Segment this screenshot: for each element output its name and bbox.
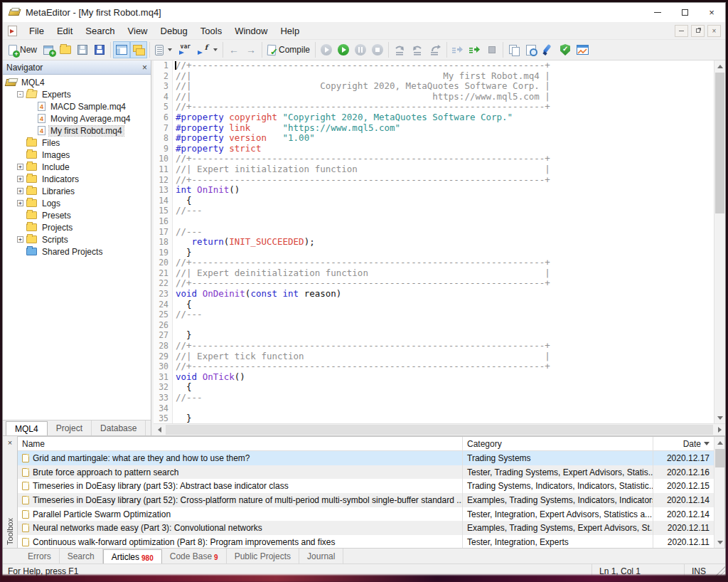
toggle-toolbox-button[interactable] bbox=[130, 41, 147, 58]
save-as-button[interactable] bbox=[91, 41, 108, 58]
code-line[interactable]: 21//| Expert deinitialization function | bbox=[154, 268, 714, 279]
add-variable-button[interactable] bbox=[175, 41, 193, 58]
code-line[interactable]: 9#property strict bbox=[154, 144, 714, 154]
code-line[interactable]: 35 } bbox=[154, 413, 714, 423]
menu-file[interactable]: File bbox=[23, 23, 50, 38]
document-icon[interactable] bbox=[8, 26, 17, 36]
code-line[interactable]: 1//+------------------------------------… bbox=[154, 60, 714, 71]
styler-button[interactable] bbox=[152, 41, 175, 58]
code-line[interactable]: 24 { bbox=[154, 300, 714, 310]
tree-item-experts[interactable]: -Experts bbox=[3, 88, 151, 100]
run-to-cursor-button[interactable] bbox=[449, 41, 466, 58]
code-line[interactable]: 15//--- bbox=[154, 206, 714, 216]
start-debug-button[interactable] bbox=[335, 41, 352, 58]
navigator-tab-mql4[interactable]: MQL4 bbox=[6, 421, 48, 435]
close-button[interactable]: × bbox=[698, 3, 725, 22]
pause-debug-button[interactable] bbox=[352, 41, 369, 58]
code-line[interactable]: 28//+-----------------------------------… bbox=[154, 341, 714, 351]
article-row[interactable]: Neural networks made easy (Part 3): Conv… bbox=[18, 521, 714, 535]
step-into-button[interactable] bbox=[391, 41, 409, 58]
scroll-left-icon[interactable] bbox=[154, 424, 165, 435]
toolbox-tab-code-base[interactable]: Code Base9 bbox=[162, 549, 227, 564]
compile-button[interactable]: ✓Compile bbox=[264, 41, 313, 58]
stop-debug-button[interactable] bbox=[369, 41, 386, 58]
menu-search[interactable]: Search bbox=[79, 23, 121, 38]
toolbox-tab-public-projects[interactable]: Public Projects bbox=[227, 549, 299, 564]
tree-item-presets[interactable]: Presets bbox=[3, 209, 151, 221]
menu-edit[interactable]: Edit bbox=[50, 23, 79, 38]
code-line[interactable]: 31void OnTick() bbox=[154, 372, 714, 383]
break-button[interactable] bbox=[483, 41, 500, 58]
toolbox-tab-search[interactable]: Search bbox=[60, 549, 103, 564]
navigate-forward-button[interactable]: → bbox=[242, 41, 259, 58]
tree-item-libraries[interactable]: +Libraries bbox=[3, 185, 151, 197]
tree-item-macd-sample-mq4[interactable]: 4MACD Sample.mq4 bbox=[3, 100, 151, 112]
expand-icon[interactable]: + bbox=[17, 164, 23, 170]
tree-item-indicators[interactable]: +Indicators bbox=[3, 173, 151, 185]
code-line[interactable]: 12//+-----------------------------------… bbox=[154, 175, 714, 186]
scrollbar-thumb[interactable] bbox=[715, 73, 724, 213]
scroll-up-icon[interactable] bbox=[714, 437, 725, 448]
mdi-close-button[interactable]: × bbox=[707, 25, 721, 37]
code-line[interactable]: 10//+-----------------------------------… bbox=[154, 154, 714, 164]
new-button[interactable]: +New bbox=[6, 41, 40, 58]
code-line[interactable]: 6#property copyright "Copyright 2020, Me… bbox=[154, 112, 714, 123]
clean-button[interactable] bbox=[540, 41, 557, 58]
mdi-restore-button[interactable] bbox=[691, 25, 705, 37]
code-line[interactable]: 16 bbox=[154, 216, 714, 227]
code-editor[interactable]: 1//+------------------------------------… bbox=[154, 60, 725, 435]
expand-icon[interactable]: + bbox=[17, 176, 23, 182]
navigator-tab-database[interactable]: Database bbox=[92, 420, 146, 435]
open-button[interactable] bbox=[57, 41, 74, 58]
code-line[interactable]: 25//--- bbox=[154, 309, 714, 320]
code-line[interactable]: 27 } bbox=[154, 330, 714, 341]
new-project-button[interactable]: + bbox=[40, 41, 57, 58]
scroll-down-icon[interactable] bbox=[714, 412, 725, 423]
menu-window[interactable]: Window bbox=[228, 23, 274, 38]
tree-item-include[interactable]: +Include bbox=[3, 161, 151, 173]
code-line[interactable]: 8#property version "1.00" bbox=[154, 133, 714, 144]
code-line[interactable]: 17//--- bbox=[154, 227, 714, 238]
storage-button[interactable] bbox=[557, 41, 574, 58]
tree-item-moving-average-mq4[interactable]: 4Moving Average.mq4 bbox=[3, 112, 151, 125]
column-header-date[interactable]: Date bbox=[653, 437, 714, 450]
tree-item-logs[interactable]: +Logs bbox=[3, 197, 151, 209]
copy-button[interactable] bbox=[505, 41, 523, 58]
code-line[interactable]: 13int OnInit() bbox=[154, 185, 714, 196]
minimize-button[interactable] bbox=[644, 3, 671, 22]
code-line[interactable]: 3//| Copyright 2020, MetaQuotes Software… bbox=[154, 81, 714, 92]
code-line[interactable]: 20//+-----------------------------------… bbox=[154, 258, 714, 268]
code-line[interactable]: 2//| My first Robot.mq4 | bbox=[154, 71, 714, 82]
code-line[interactable]: 19 } bbox=[154, 248, 714, 258]
code-line[interactable]: 7#property link "https://www.mql5.com" bbox=[154, 123, 714, 134]
code-line[interactable]: 29//| Expert tick function | bbox=[154, 351, 714, 362]
code-line[interactable]: 18 return(INIT_SUCCEEDED); bbox=[154, 237, 714, 248]
toggle-navigator-button[interactable] bbox=[113, 41, 130, 58]
article-row[interactable]: Grid and martingale: what are they and h… bbox=[18, 451, 714, 465]
step-out-button[interactable] bbox=[427, 41, 444, 58]
code-line[interactable]: 11//| Expert initialization function | bbox=[154, 164, 714, 175]
code-line[interactable]: 26 bbox=[154, 320, 714, 331]
expand-icon[interactable]: + bbox=[17, 188, 23, 194]
code-line[interactable]: 30//+-----------------------------------… bbox=[154, 361, 714, 372]
article-row[interactable]: Timeseries in DoEasy library (part 53): … bbox=[18, 479, 714, 493]
tree-item-scripts[interactable]: +Scripts bbox=[3, 233, 151, 245]
tree-item-my-first-robot-mq4[interactable]: 4My first Robot.mq4 bbox=[3, 125, 151, 137]
tree-item-mql4[interactable]: MQL4 bbox=[3, 76, 151, 88]
add-function-button[interactable] bbox=[193, 41, 220, 58]
toolbox-tab-errors[interactable]: Errors bbox=[20, 549, 60, 564]
column-header-name[interactable]: Name bbox=[18, 439, 462, 449]
column-header-category[interactable]: Category bbox=[462, 437, 653, 450]
maximize-button[interactable] bbox=[671, 3, 698, 22]
code-line[interactable]: 22//+-----------------------------------… bbox=[154, 278, 714, 289]
debug-history-button[interactable] bbox=[318, 41, 335, 58]
tree-item-shared-projects[interactable]: Shared Projects bbox=[3, 245, 151, 258]
expand-icon[interactable]: + bbox=[17, 236, 23, 243]
menu-view[interactable]: View bbox=[122, 23, 154, 38]
menu-debug[interactable]: Debug bbox=[154, 23, 194, 38]
code-line[interactable]: 23void OnDeinit(const int reason) bbox=[154, 289, 714, 300]
code-line[interactable]: 14 { bbox=[154, 196, 714, 206]
editor-horizontal-scrollbar[interactable] bbox=[154, 423, 725, 435]
menu-tools[interactable]: Tools bbox=[194, 23, 228, 38]
print-preview-button[interactable] bbox=[523, 41, 540, 58]
